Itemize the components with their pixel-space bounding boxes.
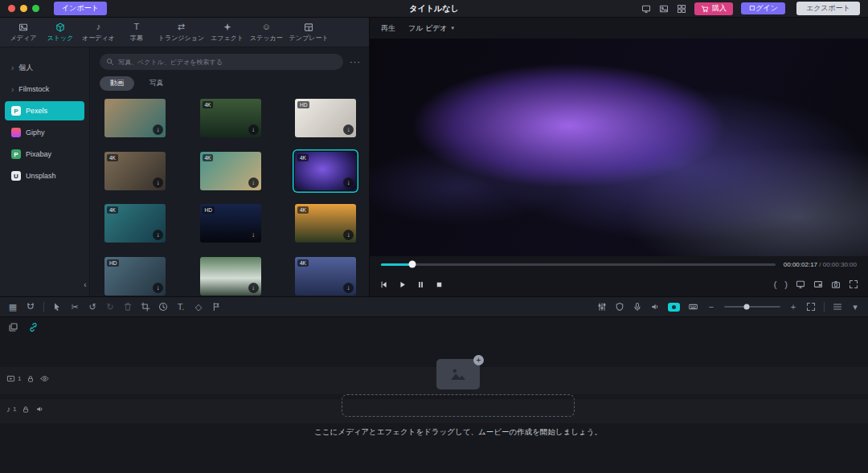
speed-icon[interactable]	[158, 300, 168, 313]
download-icon[interactable]: ↓	[153, 283, 163, 293]
download-icon[interactable]: ↓	[248, 124, 259, 135]
play-button[interactable]	[398, 280, 407, 289]
stock-thumbnail[interactable]: ↓	[104, 99, 166, 137]
timeline-zoom-slider[interactable]	[724, 306, 780, 308]
lock-icon[interactable]	[22, 406, 30, 414]
login-button[interactable]: ログイン	[741, 2, 785, 14]
sidebar-item-pexels[interactable]: P Pexels	[5, 101, 84, 120]
media-preview-icon[interactable]	[659, 4, 669, 14]
mask-icon[interactable]	[615, 300, 624, 313]
delete-icon[interactable]	[123, 300, 133, 313]
storyboard-icon[interactable]	[8, 320, 18, 333]
tab-effects[interactable]: エフェクト	[207, 22, 247, 43]
media-grid-icon[interactable]: ▦	[8, 300, 18, 313]
download-icon[interactable]: ↓	[343, 283, 354, 293]
sidebar-item-giphy[interactable]: Giphy	[5, 123, 84, 142]
select-cursor-icon[interactable]	[52, 300, 62, 313]
download-icon[interactable]: ↓	[248, 230, 259, 240]
keyframe-icon[interactable]: ◇	[194, 300, 203, 313]
more-options-icon[interactable]: ···	[350, 57, 361, 67]
mark-out-icon[interactable]: )	[784, 279, 788, 289]
lock-icon[interactable]	[27, 375, 35, 383]
sidebar-item-unsplash[interactable]: U Unsplash	[5, 166, 84, 186]
download-icon[interactable]: ↓	[343, 230, 354, 240]
playhead-slider[interactable]	[381, 263, 776, 266]
quality-dropdown[interactable]: フル ビデオ ▾	[403, 21, 459, 36]
link-clips-icon[interactable]	[28, 320, 39, 333]
stock-thumbnail[interactable]: HD ↓	[200, 204, 261, 243]
stock-thumbnail[interactable]: HD ↓	[104, 257, 166, 296]
download-icon[interactable]: ↓	[153, 124, 163, 135]
search-input[interactable]	[118, 59, 337, 66]
mixer-icon[interactable]	[597, 300, 607, 313]
close-window-button[interactable]	[8, 5, 15, 12]
download-icon[interactable]: ↓	[153, 230, 163, 240]
download-icon[interactable]: ↓	[248, 283, 259, 293]
stock-thumbnail[interactable]: 4K ↓	[200, 99, 261, 137]
stop-button[interactable]	[435, 280, 444, 289]
timeline[interactable]: 1 ♪ 1 + ここにメディアとエフェクトをドラッグして、ム	[0, 317, 868, 473]
tab-templates[interactable]: テンプレート	[286, 22, 332, 43]
crop-icon[interactable]	[141, 300, 150, 313]
zoom-window-button[interactable]	[32, 5, 39, 12]
marker-icon[interactable]	[211, 300, 221, 313]
zoom-fit-icon[interactable]	[806, 300, 816, 313]
undo-icon[interactable]: ↺	[88, 300, 97, 313]
download-icon[interactable]: ↓	[343, 177, 354, 188]
aspect-ratio-icon[interactable]	[813, 279, 823, 289]
mark-in-icon[interactable]: (	[774, 279, 777, 289]
download-icon[interactable]: ↓	[248, 177, 259, 188]
tab-stock[interactable]: ストック	[42, 22, 79, 43]
stock-thumbnail[interactable]: 4K ↓	[200, 152, 261, 190]
zoom-slider-handle[interactable]	[744, 304, 750, 310]
filter-video[interactable]: 動画	[100, 76, 134, 91]
buy-button[interactable]: 購入	[694, 2, 733, 15]
tab-transitions[interactable]: ⇄ トランジション	[155, 22, 207, 43]
stock-thumbnail[interactable]: ↓	[200, 257, 261, 296]
tab-stickers[interactable]: ☺ ステッカー	[247, 22, 286, 43]
video-viewport[interactable]	[370, 39, 868, 256]
add-media-badge[interactable]: +	[473, 355, 484, 365]
export-button[interactable]: エクスポート	[796, 2, 860, 15]
stock-thumbnail[interactable]: 4K ↓	[104, 204, 166, 243]
sidebar-item-filmstock[interactable]: › Filmstock	[5, 80, 84, 99]
grid-icon[interactable]	[677, 4, 686, 14]
track-manager-icon[interactable]	[833, 300, 842, 313]
track-manager-chevron-icon[interactable]: ▾	[850, 300, 860, 313]
stock-thumbnail[interactable]: HD ↓	[295, 99, 356, 137]
skip-back-button[interactable]	[379, 280, 388, 289]
voiceover-icon[interactable]	[650, 300, 660, 313]
stock-thumbnail-selected[interactable]: 4K ↓	[295, 152, 356, 190]
razor-icon[interactable]: ✂	[70, 300, 80, 313]
collapse-sidebar-button[interactable]: ‹	[80, 279, 90, 290]
sidebar-item-pixabay[interactable]: P Pixabay	[5, 145, 84, 164]
download-icon[interactable]: ↓	[343, 124, 354, 135]
sidebar-item-personal[interactable]: › 個人	[5, 58, 84, 77]
stock-thumbnail[interactable]: 4K ↓	[295, 257, 356, 296]
tab-titles[interactable]: T 字幕	[118, 22, 155, 43]
import-button[interactable]: インポート	[54, 2, 107, 15]
download-icon[interactable]: ↓	[153, 177, 163, 188]
media-drop-zone[interactable]	[342, 394, 575, 417]
stock-thumbnail[interactable]: 4K ↓	[295, 204, 356, 243]
fullscreen-icon[interactable]	[849, 279, 858, 289]
text-tool-icon[interactable]: T.	[176, 300, 186, 313]
minimize-window-button[interactable]	[20, 5, 27, 12]
playhead-handle[interactable]	[409, 261, 416, 268]
search-box[interactable]	[100, 54, 343, 70]
shortcut-keyboard-icon[interactable]	[688, 300, 698, 313]
second-display-icon[interactable]	[796, 279, 805, 289]
zoom-in-icon[interactable]: +	[788, 300, 798, 313]
tab-audio[interactable]: ♪ オーディオ	[79, 22, 118, 43]
mic-icon[interactable]	[633, 300, 642, 313]
redo-icon[interactable]: ↻	[105, 300, 115, 313]
tab-media[interactable]: メディア	[5, 22, 42, 43]
filter-photo[interactable]: 写真	[139, 76, 174, 91]
stock-thumbnail[interactable]: 4K ↓	[104, 152, 166, 190]
pause-button[interactable]	[416, 280, 425, 289]
speaker-icon[interactable]	[35, 405, 44, 414]
zoom-out-icon[interactable]: −	[706, 300, 716, 313]
snapshot-icon[interactable]	[831, 279, 841, 289]
magnet-icon[interactable]	[26, 300, 35, 313]
render-preview-button[interactable]	[668, 303, 680, 312]
